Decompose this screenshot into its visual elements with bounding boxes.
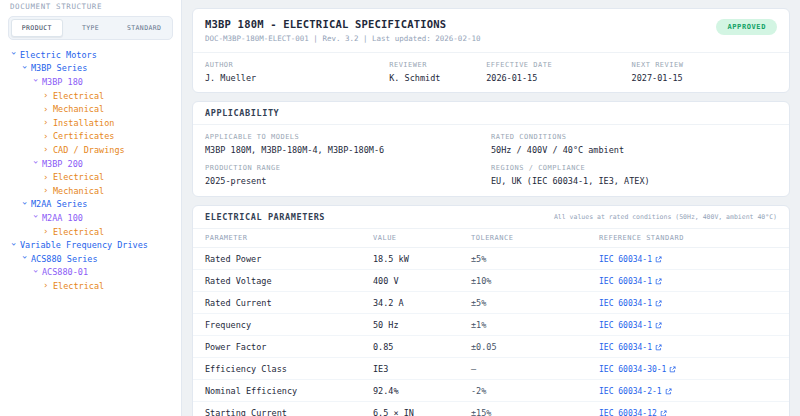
parameter-tolerance: ±15% bbox=[471, 402, 599, 416]
tree-item-label: Certificates bbox=[53, 131, 114, 141]
tree-item-electrical[interactable]: ›Electrical bbox=[8, 170, 173, 184]
reference-standard-label: IEC 60034-1 bbox=[599, 321, 652, 330]
field-value: K. Schmidt bbox=[389, 73, 486, 83]
parameter-value: 18.5 kW bbox=[373, 248, 471, 269]
chevron-down-icon: › bbox=[20, 255, 29, 261]
tree-item-label: Mechanical bbox=[53, 104, 104, 114]
external-link-icon bbox=[655, 300, 662, 307]
view-tab-standard[interactable]: STANDARD bbox=[118, 19, 170, 37]
reference-cell: IEC 60034-2-1 bbox=[599, 380, 777, 401]
parameter-tolerance: ±1% bbox=[471, 314, 599, 335]
reference-standard-link[interactable]: IEC 60034-1 bbox=[599, 277, 662, 286]
external-link-icon bbox=[669, 366, 676, 373]
tree-item-m3bp-200[interactable]: ›M3BP 200 bbox=[8, 157, 173, 171]
chevron-down-icon: › bbox=[9, 241, 18, 247]
table-body: Rated Power18.5 kW±5%IEC 60034-1Rated Vo… bbox=[193, 248, 789, 416]
reference-cell: IEC 60034-1 bbox=[599, 248, 777, 269]
field-value: 2027-01-15 bbox=[632, 73, 777, 83]
field-label: PRODUCTION RANGE bbox=[205, 164, 491, 172]
chevron-right-icon: › bbox=[43, 105, 49, 114]
reference-standard-label: IEC 60034-30-1 bbox=[599, 365, 666, 374]
reference-standard-link[interactable]: IEC 60034-30-1 bbox=[599, 365, 676, 374]
tree-item-m3bp-series[interactable]: ›M3BP Series bbox=[8, 62, 173, 76]
field-label: RATED CONDITIONS bbox=[491, 133, 777, 141]
reference-standard-label: IEC 60034-1 bbox=[599, 255, 652, 264]
document-tree: ›Electric Motors›M3BP Series›M3BP 180›El… bbox=[8, 48, 173, 293]
parameter-value: 50 Hz bbox=[373, 314, 471, 335]
chevron-down-icon: › bbox=[9, 51, 18, 57]
tree-item-mechanical[interactable]: ›Mechanical bbox=[8, 184, 173, 198]
applicability-rated-conditions: RATED CONDITIONS50Hz / 400V / 40°C ambie… bbox=[491, 133, 777, 155]
tree-item-electrical[interactable]: ›Electrical bbox=[8, 225, 173, 239]
applicability-title: APPLICABILITY bbox=[205, 108, 279, 118]
chevron-right-icon: › bbox=[43, 118, 49, 127]
tree-item-acs880-series[interactable]: ›ACS880 Series bbox=[8, 252, 173, 266]
field-label: NEXT REVIEW bbox=[632, 61, 777, 69]
applicability-fields: APPLICABLE TO MODELSM3BP 180M, M3BP-180M… bbox=[193, 125, 789, 196]
chevron-down-icon: › bbox=[31, 214, 40, 220]
reference-standard-link[interactable]: IEC 60034-1 bbox=[599, 321, 662, 330]
tree-item-label: Electric Motors bbox=[20, 50, 97, 60]
table-row: Rated Power18.5 kW±5%IEC 60034-1 bbox=[193, 248, 789, 270]
field-label: APPLICABLE TO MODELS bbox=[205, 133, 491, 141]
parameter-value: 400 V bbox=[373, 270, 471, 291]
tree-item-m2aa-100[interactable]: ›M2AA 100 bbox=[8, 211, 173, 225]
electrical-parameters-card: ELECTRICAL PARAMETERS All values at rate… bbox=[192, 205, 790, 416]
reference-standard-label: IEC 60034-1 bbox=[599, 299, 652, 308]
chevron-down-icon: › bbox=[31, 268, 40, 274]
chevron-right-icon: › bbox=[43, 145, 49, 154]
parameter-name: Starting Current bbox=[205, 402, 373, 416]
parameter-tolerance: ±10% bbox=[471, 270, 599, 291]
external-link-icon bbox=[655, 322, 662, 329]
reference-standard-link[interactable]: IEC 60034-1 bbox=[599, 299, 662, 308]
tree-item-cad-drawings[interactable]: ›CAD / Drawings bbox=[8, 143, 173, 157]
reference-standard-link[interactable]: IEC 60034-1 bbox=[599, 255, 662, 264]
tree-item-electric-motors[interactable]: ›Electric Motors bbox=[8, 48, 173, 62]
tree-item-label: M3BP 200 bbox=[42, 159, 83, 169]
tree-item-label: ACS880 Series bbox=[31, 254, 98, 264]
column-header-parameter: PARAMETER bbox=[205, 229, 373, 247]
column-header-reference-standard: REFERENCE STANDARD bbox=[599, 229, 777, 247]
view-tab-product[interactable]: PRODUCT bbox=[11, 19, 63, 37]
parameter-name: Frequency bbox=[205, 314, 373, 335]
divider bbox=[193, 52, 789, 53]
chevron-right-icon: › bbox=[43, 132, 49, 141]
chevron-down-icon: › bbox=[31, 160, 40, 166]
chevron-down-icon: › bbox=[20, 200, 29, 206]
chevron-right-icon: › bbox=[43, 227, 49, 236]
tree-item-electrical[interactable]: ›Electrical bbox=[8, 89, 173, 103]
reference-standard-link[interactable]: IEC 60034-1 bbox=[599, 343, 662, 352]
tree-item-m2aa-series[interactable]: ›M2AA Series bbox=[8, 198, 173, 212]
tree-item-mechanical[interactable]: ›Mechanical bbox=[8, 102, 173, 116]
meta-author: AUTHORJ. Mueller bbox=[205, 61, 389, 83]
tree-item-label: M2AA 100 bbox=[42, 213, 83, 223]
reference-standard-link[interactable]: IEC 60034-2-1 bbox=[599, 387, 672, 396]
sidebar-title: DOCUMENT STRUCTURE bbox=[10, 2, 173, 11]
parameters-note: All values at rated conditions (50Hz, 40… bbox=[554, 213, 777, 221]
parameter-tolerance: -2% bbox=[471, 380, 599, 401]
tree-item-m3bp-180[interactable]: ›M3BP 180 bbox=[8, 75, 173, 89]
tree-item-label: CAD / Drawings bbox=[53, 145, 125, 155]
reference-standard-label: IEC 60034-1 bbox=[599, 343, 652, 352]
tree-item-certificates[interactable]: ›Certificates bbox=[8, 130, 173, 144]
parameters-title: ELECTRICAL PARAMETERS bbox=[205, 212, 325, 222]
applicability-header: APPLICABILITY bbox=[193, 102, 789, 125]
applicability-applicable-to-models: APPLICABLE TO MODELSM3BP 180M, M3BP-180M… bbox=[205, 133, 491, 155]
tree-item-installation[interactable]: ›Installation bbox=[8, 116, 173, 130]
parameter-value: 92.4% bbox=[373, 380, 471, 401]
external-link-icon bbox=[665, 388, 672, 395]
tree-item-label: Installation bbox=[53, 118, 114, 128]
tree-item-acs880-01[interactable]: ›ACS880-01 bbox=[8, 266, 173, 280]
chevron-down-icon: › bbox=[20, 64, 29, 70]
meta-effective-date: EFFECTIVE DATE2026-01-15 bbox=[486, 61, 631, 83]
reference-cell: IEC 60034-12 bbox=[599, 402, 777, 416]
reference-cell: IEC 60034-1 bbox=[599, 336, 777, 357]
document-title: M3BP 180M - ELECTRICAL SPECIFICATIONS bbox=[205, 18, 480, 30]
field-value: EU, UK (IEC 60034-1, IE3, ATEX) bbox=[491, 176, 777, 186]
chevron-right-icon: › bbox=[43, 186, 49, 195]
reference-standard-link[interactable]: IEC 60034-12 bbox=[599, 409, 667, 416]
tree-item-variable-frequency-drives[interactable]: ›Variable Frequency Drives bbox=[8, 238, 173, 252]
view-tab-type[interactable]: TYPE bbox=[65, 19, 117, 37]
tree-item-electrical[interactable]: ›Electrical bbox=[8, 279, 173, 293]
document-header: M3BP 180M - ELECTRICAL SPECIFICATIONS DO… bbox=[205, 18, 777, 43]
